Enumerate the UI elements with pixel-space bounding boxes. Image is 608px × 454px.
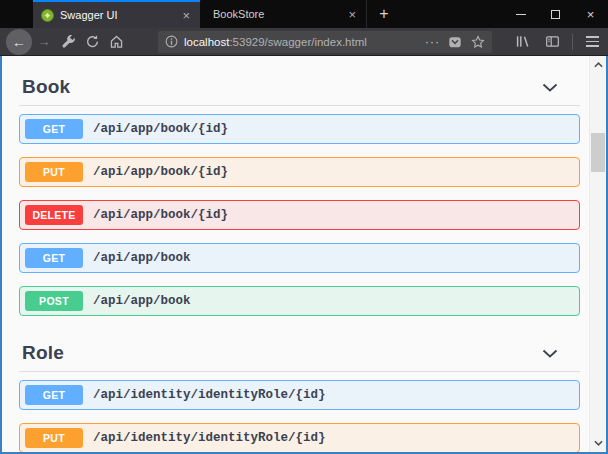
operation-path: /api/app/book — [93, 251, 191, 265]
url-bar[interactable]: localhost:53929/swagger/index.html ··· — [158, 31, 492, 53]
section-header[interactable]: Book — [19, 76, 580, 106]
back-button[interactable]: ← — [6, 29, 32, 55]
menu-button[interactable] — [580, 36, 604, 47]
tab-swagger-ui[interactable]: Swagger UI × — [33, 0, 200, 28]
home-icon — [109, 34, 124, 49]
site-info-icon — [165, 35, 178, 48]
back-arrow-icon: ← — [12, 34, 26, 50]
chevron-down-icon — [542, 349, 558, 358]
operation-row[interactable]: GET /api/app/book/{id} — [19, 114, 580, 144]
operation-path: /api/app/book/{id} — [93, 165, 228, 179]
operation-path: /api/app/book/{id} — [93, 208, 228, 222]
collapse-button[interactable] — [542, 349, 558, 358]
customize-button[interactable] — [56, 30, 80, 54]
method-badge: GET — [25, 385, 83, 405]
reload-button[interactable] — [80, 30, 104, 54]
tab-bookstore[interactable]: BookStore × — [200, 0, 367, 28]
chevron-down-icon — [542, 83, 558, 92]
bookmark-star-icon[interactable] — [471, 35, 485, 49]
sidebar-button[interactable] — [540, 30, 564, 54]
operation-row[interactable]: GET /api/app/book — [19, 243, 580, 273]
navigation-toolbar: ← → localhost:53929/swagger/inde — [0, 28, 608, 56]
tab-close-icon[interactable]: × — [342, 6, 366, 23]
browser-content: Book GET /api/app/book/{id} PUT /api/app… — [0, 56, 608, 454]
operation-list: GET /api/identity/identityRole/{id} PUT … — [19, 372, 580, 452]
hamburger-icon — [586, 36, 599, 38]
operation-path: /api/app/book — [93, 294, 191, 308]
api-sections: Book GET /api/app/book/{id} PUT /api/app… — [19, 76, 580, 452]
forward-arrow-icon: → — [38, 34, 51, 49]
method-badge: POST — [25, 291, 83, 311]
operation-path: /api/app/book/{id} — [93, 122, 228, 136]
operation-row[interactable]: DELETE /api/app/book/{id} — [19, 200, 580, 230]
section-header[interactable]: Role — [19, 342, 580, 372]
swagger-page: Book GET /api/app/book/{id} PUT /api/app… — [2, 56, 589, 452]
maximize-button[interactable] — [538, 0, 573, 28]
tab-bar: Swagger UI × BookStore × + × — [0, 0, 608, 28]
tab-title: BookStore — [213, 8, 342, 20]
api-section: Role GET /api/identity/identityRole/{id}… — [19, 342, 580, 452]
pocket-icon[interactable] — [448, 35, 462, 49]
operation-row[interactable]: POST /api/app/book — [19, 286, 580, 316]
scroll-up-button[interactable] — [590, 58, 606, 72]
operation-path: /api/identity/identityRole/{id} — [93, 388, 326, 402]
browser-window: Swagger UI × BookStore × + × ← → — [0, 0, 608, 454]
operation-row[interactable]: PUT /api/app/book/{id} — [19, 157, 580, 187]
chevron-down-icon — [594, 440, 603, 446]
scrollbar-thumb[interactable] — [591, 133, 605, 172]
window-controls: × — [503, 0, 608, 28]
minimize-button[interactable] — [503, 0, 538, 28]
chevron-up-icon — [594, 62, 603, 68]
wrench-icon — [61, 34, 76, 49]
scroll-down-button[interactable] — [590, 436, 606, 450]
tab-close-icon[interactable]: × — [176, 7, 200, 24]
vertical-scrollbar[interactable] — [589, 56, 606, 452]
home-button[interactable] — [104, 30, 128, 54]
swagger-favicon-icon — [41, 9, 54, 22]
close-icon: × — [587, 8, 595, 21]
sidebar-icon — [545, 34, 560, 49]
operation-row[interactable]: PUT /api/identity/identityRole/{id} — [19, 423, 580, 452]
section-title: Role — [22, 342, 64, 364]
section-title: Book — [22, 76, 70, 98]
method-badge: GET — [25, 248, 83, 268]
method-badge: DELETE — [25, 205, 83, 225]
url-host: localhost — [184, 36, 229, 48]
method-badge: PUT — [25, 428, 83, 448]
collapse-button[interactable] — [542, 83, 558, 92]
close-button[interactable]: × — [573, 0, 608, 28]
method-badge: PUT — [25, 162, 83, 182]
new-tab-button[interactable]: + — [371, 0, 397, 28]
reload-icon — [85, 34, 100, 49]
toolbar-separator — [572, 34, 573, 50]
operation-row[interactable]: GET /api/identity/identityRole/{id} — [19, 380, 580, 410]
operation-path: /api/identity/identityRole/{id} — [93, 431, 326, 445]
library-icon — [515, 34, 530, 49]
forward-button[interactable]: → — [32, 30, 56, 54]
library-button[interactable] — [510, 30, 534, 54]
tab-bar-spacer — [0, 0, 33, 28]
minimize-icon — [516, 14, 526, 15]
tab-title: Swagger UI — [60, 9, 176, 21]
page-actions-button[interactable]: ··· — [425, 35, 440, 49]
operation-list: GET /api/app/book/{id} PUT /api/app/book… — [19, 106, 580, 316]
api-section: Book GET /api/app/book/{id} PUT /api/app… — [19, 76, 580, 316]
maximize-icon — [551, 10, 560, 19]
url-path: :53929/swagger/index.html — [229, 36, 366, 48]
method-badge: GET — [25, 119, 83, 139]
